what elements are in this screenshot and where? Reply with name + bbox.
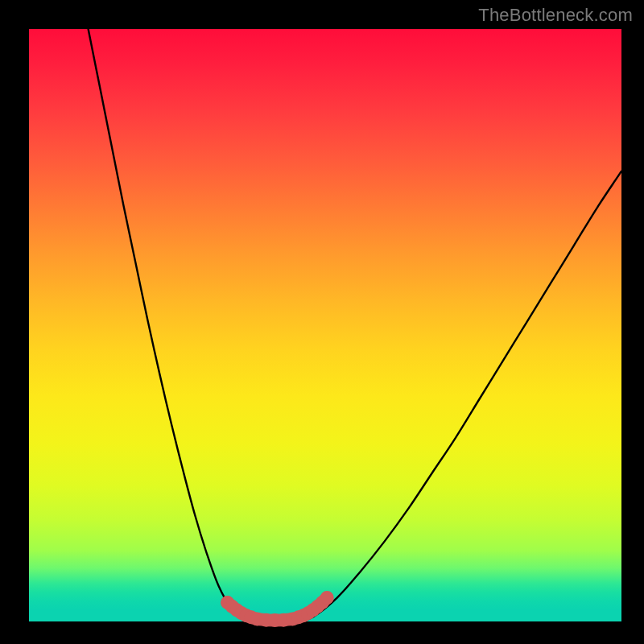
chart-svg xyxy=(29,29,621,621)
chart-frame: TheBottleneck.com xyxy=(0,0,644,644)
watermark-text: TheBottleneck.com xyxy=(478,5,633,26)
valley-marker-dot xyxy=(320,591,334,605)
curve-layer xyxy=(89,29,621,621)
plot-area xyxy=(29,29,621,621)
bottleneck-curve xyxy=(89,29,621,621)
marker-layer xyxy=(221,591,334,627)
